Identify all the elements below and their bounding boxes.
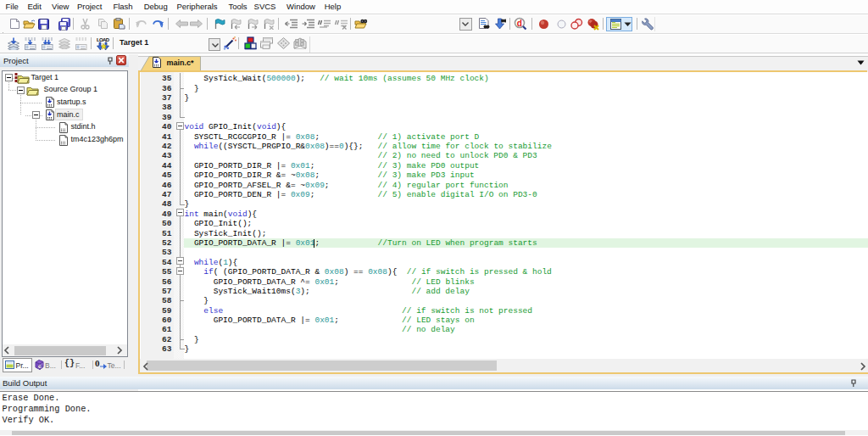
svg-text:d: d — [517, 19, 522, 28]
svg-text:LOAD: LOAD — [97, 37, 110, 42]
